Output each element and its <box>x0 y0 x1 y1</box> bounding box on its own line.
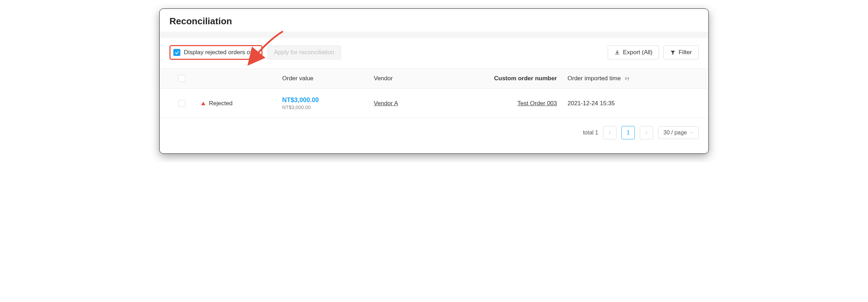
reconciliation-panel: Reconciliation Display rejected orders o… <box>159 8 709 154</box>
total-label: total 1 <box>583 130 599 136</box>
pagination: total 1 1 30 / page <box>160 118 708 153</box>
vendor-cell: Vendor A <box>374 100 476 107</box>
header-order-imported-time[interactable]: Order imported time <box>568 75 699 82</box>
custom-order-cell: Test Order 003 <box>476 100 568 107</box>
check-icon <box>175 50 179 55</box>
prev-page-button[interactable] <box>603 126 616 139</box>
order-value-primary: NT$3,000.00 <box>282 96 374 104</box>
chevron-left-icon <box>608 131 612 134</box>
header-vendor: Vendor <box>374 75 476 82</box>
status-triangle-icon <box>201 102 205 105</box>
order-value-secondary: NT$3,000.00 <box>282 105 374 110</box>
apply-reconciliation-label: Apply for reconciliation <box>274 49 334 56</box>
chevron-down-icon <box>690 130 693 136</box>
order-value-cell: NT$3,000.00 NT$3,000.00 <box>282 96 374 110</box>
divider-strip <box>160 32 708 38</box>
page-size-label: 30 / page <box>663 130 687 136</box>
page-1-button[interactable]: 1 <box>621 126 635 139</box>
status-label: Rejected <box>209 100 232 107</box>
toolbar-left: Display rejected orders only Apply for r… <box>169 45 341 60</box>
download-icon <box>614 50 620 55</box>
header-order-value: Order value <box>282 75 374 82</box>
toolbar-right: Export (All) Filter <box>608 45 699 59</box>
export-button[interactable]: Export (All) <box>608 45 659 59</box>
page-title: Reconciliation <box>169 16 699 27</box>
custom-order-link[interactable]: Test Order 003 <box>517 100 557 107</box>
display-rejected-filter-highlight: Display rejected orders only <box>169 45 262 60</box>
vendor-link[interactable]: Vendor A <box>374 100 398 107</box>
table-header-row: Order value Vendor Custom order number O… <box>160 68 708 89</box>
row-select-cell <box>169 100 194 107</box>
row-checkbox[interactable] <box>178 100 185 107</box>
apply-reconciliation-button[interactable]: Apply for reconciliation <box>267 45 341 59</box>
select-all-cell <box>169 75 194 82</box>
card-header: Reconciliation <box>160 9 708 32</box>
display-rejected-label: Display rejected orders only <box>184 49 258 56</box>
status-cell: Rejected <box>194 100 282 107</box>
export-label: Export (All) <box>623 49 652 56</box>
funnel-icon <box>670 50 676 55</box>
toolbar: Display rejected orders only Apply for r… <box>160 38 708 68</box>
next-page-button[interactable] <box>640 126 653 139</box>
table-row: Rejected NT$3,000.00 NT$3,000.00 Vendor … <box>160 89 708 118</box>
chevron-right-icon <box>645 131 648 134</box>
display-rejected-checkbox[interactable] <box>173 49 180 56</box>
sort-icon <box>624 76 630 81</box>
orders-table: Order value Vendor Custom order number O… <box>160 68 708 118</box>
header-imported-time-label: Order imported time <box>568 75 621 82</box>
page-size-select[interactable]: 30 / page <box>658 126 699 139</box>
imported-time-text: 2021-12-24 15:35 <box>568 100 615 107</box>
select-all-checkbox[interactable] <box>178 75 185 82</box>
filter-label: Filter <box>678 49 692 56</box>
filter-button[interactable]: Filter <box>663 45 699 59</box>
imported-time-cell: 2021-12-24 15:35 <box>568 100 699 107</box>
header-custom-order-number: Custom order number <box>476 75 568 82</box>
